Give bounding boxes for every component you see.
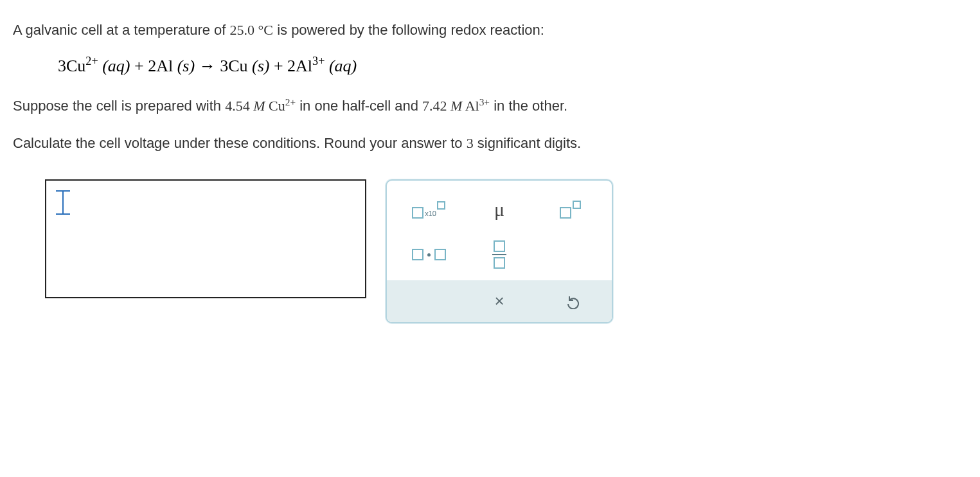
placeholder-box-icon (560, 207, 571, 219)
eq-plus1: + (134, 57, 144, 75)
conc1-unit: M (253, 98, 265, 114)
conc2-charge: 3+ (479, 96, 490, 107)
eq-state2: (s) (173, 57, 195, 75)
eq-part4: 2Al (287, 57, 312, 75)
conc1-val: 4.54 (225, 98, 253, 114)
instruction-pre: Calculate the cell voltage under these c… (13, 135, 467, 151)
placeholder-box-icon (494, 257, 505, 269)
undo-button[interactable] (537, 280, 612, 322)
undo-icon (567, 294, 582, 309)
intro-prefix: A galvanic cell at a temperature of (13, 22, 230, 38)
eq-state3: (s) (247, 57, 269, 75)
intro-suffix: is powered by the following redox reacti… (273, 22, 544, 38)
superscript-button[interactable] (535, 187, 605, 232)
eq-state1: (aq) (98, 57, 130, 75)
eq-part1: 3Cu (58, 57, 85, 75)
placeholder-box-icon (412, 207, 423, 219)
eq-part2: 2Al (148, 57, 173, 75)
temperature-value: 25.0 °C (230, 22, 273, 38)
conc2-unit: M (450, 98, 462, 114)
placeholder-box-icon (434, 249, 446, 260)
eq-sup2: 3+ (312, 55, 325, 68)
mu-icon: μ (494, 199, 504, 221)
problem-intro: A galvanic cell at a temperature of 25.0… (13, 19, 967, 40)
x-icon: × (494, 291, 504, 311)
problem-conditions: Suppose the cell is prepared with 4.54 M… (13, 95, 967, 116)
conc1-charge: 2+ (285, 96, 296, 107)
conc2-species: Al (462, 98, 479, 114)
placeholder-box-icon (494, 240, 505, 252)
empty-cell (535, 232, 605, 277)
eq-part3: 3Cu (220, 57, 247, 75)
conc2-val: 7.42 (422, 98, 450, 114)
placeholder-box-icon (412, 249, 423, 260)
x10-label: x10 (425, 210, 436, 217)
eq-state4: (aq) (325, 57, 357, 75)
placeholder-box-icon (437, 201, 445, 210)
eq-arrow: → (199, 57, 220, 75)
p2-pre: Suppose the cell is prepared with (13, 98, 225, 114)
multiply-button[interactable] (393, 232, 464, 277)
eq-plus2: + (274, 57, 283, 75)
p2-mid: in one half-cell and (296, 98, 422, 114)
p2-post: in the other. (490, 98, 567, 114)
fraction-bar-icon (492, 254, 506, 255)
sig-digits: 3 (467, 135, 474, 151)
scientific-notation-button[interactable]: x10 (393, 187, 464, 232)
mu-button[interactable]: μ (464, 187, 535, 232)
conc1-species: Cu (265, 98, 285, 114)
cursor-placeholder-icon (56, 190, 70, 215)
eq-sup1: 2+ (85, 55, 98, 68)
dot-icon (427, 253, 431, 256)
clear-button[interactable]: × (462, 280, 537, 322)
fraction-button[interactable] (464, 232, 535, 277)
instruction-post: significant digits. (474, 135, 582, 151)
calculator-pad: x10 μ (386, 179, 613, 323)
placeholder-box-icon (573, 201, 581, 209)
answer-input[interactable] (45, 179, 366, 298)
redox-equation: 3Cu2+ (aq) + 2Al (s) → 3Cu (s) + 2Al3+ (… (58, 57, 967, 76)
problem-instruction: Calculate the cell voltage under these c… (13, 132, 967, 154)
